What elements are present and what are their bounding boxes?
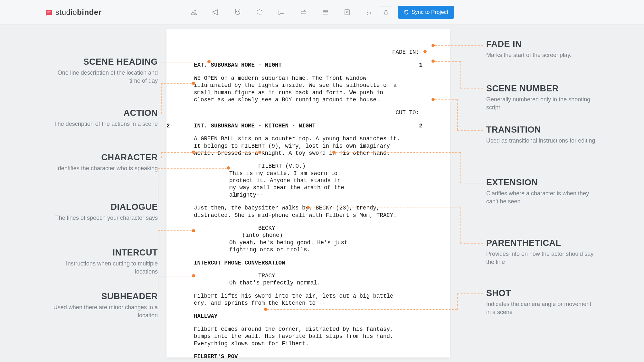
anno-title: FADE IN [486,39,597,49]
script-page: FADE IN: EXT. SUBURBAN HOME - NIGHT 1 WE… [166,29,450,357]
connector-line [460,208,461,243]
mask-icon[interactable] [234,8,242,16]
connector-dot [258,151,261,154]
action-sword: Filbert lifts his sword into the air, le… [194,292,432,307]
svg-rect-4 [345,10,349,15]
scene1-heading-text: EXT. SUBURBAN HOME - NIGHT [194,61,282,69]
lock-button[interactable] [380,6,392,18]
fade-in: FADE IN: [194,49,432,56]
comment-icon[interactable] [278,8,285,16]
scene2-number-right: 2 [419,122,432,129]
connector-line [460,88,483,89]
connector-line [460,61,461,88]
connector-line [158,276,192,276]
anno-desc: Instructions when cutting to multiple lo… [47,260,158,276]
anno-title: ACTION [47,108,158,118]
right-annotation-scene-number: SCENE NUMBER Generally numbered only in … [486,84,597,112]
subheader-hallway: HALLWAY [194,313,432,320]
scene1-number-right: 1 [419,61,432,69]
character-filbert: FILBERT (V.O.) [258,162,432,170]
right-annotation-fade-in: FADE IN Marks the start of the screenpla… [486,39,597,59]
anno-title: SUBHEADER [47,292,158,302]
anno-title: DIALOGUE [47,202,158,212]
connector-line [460,183,483,183]
dialogue-becky: Oh yeah, he's being good. He's just figh… [229,239,390,254]
connector-line [435,99,457,100]
left-annotation-scene-heading: SCENE HEADING One line description of th… [47,57,158,85]
connector-dot [227,166,230,170]
anno-title: EXTENSION [486,178,597,188]
anno-desc: Identifies the character who is speaking [47,164,158,172]
transition-cut-to: CUT TO: [194,109,432,116]
anno-title: INTERCUT [47,248,158,258]
connector-line [161,62,208,62]
connector-line [158,230,192,231]
svg-point-2 [238,11,239,12]
dialogue-tracy: Oh that's perfectly normal. [229,279,390,286]
right-annotation-extension: EXTENSION Clarifies where a character is… [486,178,597,206]
lines-icon[interactable] [321,8,329,16]
anno-title: TRANSITION [486,125,597,135]
left-annotation-action: ACTION The description of the actions in… [47,108,158,128]
right-annotation-shot: SHOT Indicates the camera angle or movem… [486,288,597,316]
left-annotation-intercut: INTERCUT Instructions when cutting to mu… [47,248,158,276]
connector-line [457,293,458,310]
connector-line [161,83,162,114]
action-becky-intro: Just then, the babysitter walks by. BECK… [194,204,432,219]
scene-heading-2: 2 INT. SUBURBAN HOME - KITCHEN - NIGHT 2 [194,122,432,129]
connector-dot [431,44,435,47]
anno-desc: Used as transitional instructions for ed… [486,137,597,145]
anno-title: SCENE HEADING [47,57,158,67]
anno-desc: Generally numbered only in the shooting … [486,96,597,112]
scene2-action: A GREEN BALL sits on a counter top. A yo… [194,135,432,157]
connector-line [435,61,460,62]
anno-desc: Indicates the camera angle or movement i… [486,300,597,316]
connector-line [336,152,460,153]
connector-dot [192,229,195,232]
character-becky: BECKY [258,225,432,232]
connector-line [158,168,227,169]
connector-dot [192,82,195,85]
circle-icon[interactable] [256,8,263,16]
toolbar-right-group: Sync to Project [380,6,454,19]
left-annotation-subheader: SUBHEADER Used when there are minor chan… [47,292,158,320]
connector-line [457,130,483,131]
scene1-action: WE OPEN on a modern suburban home. The f… [194,75,432,104]
connector-dot [207,60,211,63]
action-hallway: Filbert comes around the corner, distrac… [194,326,432,347]
connector-line [457,99,458,130]
sync-to-project-button[interactable]: Sync to Project [398,6,454,19]
note-icon[interactable] [343,8,351,16]
connector-dot [332,151,336,154]
anno-title: SHOT [486,288,597,298]
swap-icon[interactable] [299,8,307,16]
toolbar: studiobinder [0,0,644,24]
document-canvas: FADE IN: EXT. SUBURBAN HOME - NIGHT 1 WE… [0,24,644,362]
connector-dot [192,274,195,277]
anno-desc: The description of the actions in a scen… [47,120,158,128]
svg-point-0 [195,10,196,11]
left-annotation-character: CHARACTER Identifies the character who i… [47,153,158,172]
connector-line [158,276,158,297]
scene2-number-left: 2 [166,122,179,129]
anno-desc: One line description of the location and… [47,69,158,85]
svg-point-1 [236,11,237,12]
dialogue-filbert: This is my castle. I am sworn to protect… [229,170,390,199]
announce-icon[interactable] [212,8,220,16]
connector-dot [423,50,427,53]
numbering-icon[interactable] [365,8,373,16]
right-annotation-parenthetical: PARENTHETICAL Provides info on how the a… [486,238,597,266]
connector-dot [264,308,267,311]
scene-icon[interactable] [190,8,198,16]
parenthetical-becky: (into phone) [242,232,432,239]
svg-point-3 [257,10,262,15]
brand-logo[interactable]: studiobinder [45,8,101,17]
anno-title: SCENE NUMBER [486,84,597,94]
connector-line [161,152,258,153]
right-annotation-transition: TRANSITION Used as transitional instruct… [486,125,597,145]
character-tracy: TRACY [258,272,432,279]
connector-line [460,152,461,183]
connector-line [161,83,192,84]
connector-line [457,293,483,294]
connector-line [158,168,158,207]
